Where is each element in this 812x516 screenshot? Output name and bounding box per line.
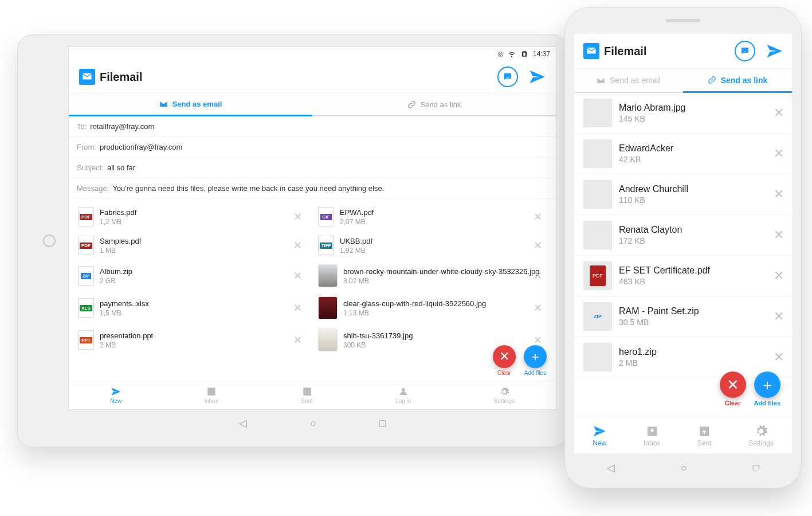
phone-fab-group: ✕ Clear ＋ Add files [720, 372, 780, 406]
remove-file-icon[interactable]: ✕ [534, 302, 542, 314]
phone-nav-home-icon[interactable]: ○ [681, 462, 687, 474]
phone-file-item[interactable]: PDF EF SET Certificate.pdf 463 KB ✕ [574, 256, 792, 296]
phone-file-size: 42 KB [619, 155, 673, 164]
tab-send-link[interactable]: Send as link [312, 93, 556, 116]
phone-screen: Filemail Send as email Send as link [574, 34, 792, 454]
remove-file-icon[interactable]: ✕ [293, 269, 302, 282]
file-item[interactable]: TIFF UKBB.pdf 1,92 MB ✕ [312, 231, 552, 260]
file-item[interactable]: XLS payments..xlsx 1,5 MB ✕ [72, 292, 312, 324]
file-item[interactable]: brown-rocky-mountain-under-white-cloudy-… [312, 260, 552, 292]
phone-send-plane-icon[interactable] [766, 42, 783, 60]
phone-brand-name: Filemail [604, 45, 646, 58]
phone-nav-sent[interactable]: Sent [697, 424, 712, 447]
to-field[interactable]: To: retailfray@fray.com [69, 116, 556, 137]
subject-label: Subject: [77, 163, 104, 172]
remove-file-icon[interactable]: ✕ [293, 210, 302, 223]
support-button[interactable] [497, 67, 518, 87]
nav-settings[interactable]: Settings [494, 386, 515, 404]
tablet-device: ◎ 14:37 Filemail Send as email [17, 34, 567, 447]
file-item[interactable]: ZIP Album.zip 2 GB ✕ [72, 260, 312, 292]
remove-file-icon[interactable]: ✕ [534, 210, 542, 223]
phone-remove-file-icon[interactable]: ✕ [774, 187, 784, 202]
subject-field[interactable]: Subject: all so far [69, 158, 556, 178]
remove-file-icon[interactable]: ✕ [534, 239, 542, 252]
remove-file-icon[interactable]: ✕ [534, 269, 542, 282]
nav-recent-icon[interactable]: □ [379, 417, 386, 429]
phone-nav-new-label: New [593, 439, 606, 447]
nav-home-icon[interactable]: ○ [310, 417, 316, 429]
nav-new[interactable]: New [110, 386, 121, 404]
phone-file-size: 172 KB [619, 236, 682, 245]
add-label: Add files [524, 370, 546, 376]
file-item[interactable]: clear-glass-cup-with-red-liquid-3522560.… [312, 292, 552, 324]
remove-file-icon[interactable]: ✕ [293, 239, 302, 252]
phone-file-size: 145 KB [619, 114, 686, 123]
phone-file-item[interactable]: Renata Clayton 172 KB ✕ [574, 215, 792, 256]
tab-email-label: Send as email [172, 100, 222, 108]
phone-tab-send-email[interactable]: Send as email [574, 69, 683, 93]
brand-logo-icon [79, 69, 95, 85]
file-item[interactable]: PPT presentation.ppt 3 MB ✕ [72, 324, 312, 356]
phone-nav-sent-label: Sent [697, 439, 712, 447]
file-name: payments..xlsx [100, 299, 149, 308]
phone-tab-send-link[interactable]: Send as link [683, 69, 792, 93]
phone-nav-settings[interactable]: Settings [748, 424, 773, 447]
phone-file-item[interactable]: Mario Abram.jpg 145 KB ✕ [574, 93, 792, 134]
nav-login-label: Log in [395, 398, 411, 404]
nav-login[interactable]: Log in [395, 386, 411, 404]
phone-clear-button[interactable]: ✕ Clear [720, 372, 746, 406]
tablet-home-button[interactable] [43, 234, 56, 247]
tab-send-email[interactable]: Send as email [69, 93, 312, 116]
file-size: 1,5 MB [100, 309, 149, 317]
file-name: clear-glass-cup-with-red-liquid-3522560.… [343, 299, 486, 308]
add-files-button[interactable]: ＋ Add files [524, 345, 547, 376]
remove-file-icon[interactable]: ✕ [293, 302, 302, 314]
phone-file-thumb [583, 180, 612, 209]
send-plane-icon[interactable] [528, 68, 546, 85]
header-actions [497, 67, 546, 87]
gif-icon: GIF [318, 207, 334, 226]
phone-remove-file-icon[interactable]: ✕ [774, 146, 784, 161]
phone-remove-file-icon[interactable]: ✕ [774, 228, 784, 243]
phone-nav-inbox[interactable]: Inbox [644, 424, 660, 447]
phone-tab-email-label: Send as email [610, 76, 661, 85]
phone-file-thumb: ZIP [583, 302, 612, 331]
nav-back-icon[interactable]: ◁ [239, 417, 247, 429]
phone-file-item[interactable]: EdwardAcker 42 KB ✕ [574, 134, 792, 174]
phone-file-name: Mario Abram.jpg [619, 103, 686, 113]
remove-file-icon[interactable]: ✕ [293, 334, 302, 346]
phone-header-actions [735, 41, 783, 61]
vibrate-icon: ◎ [497, 50, 503, 58]
phone-remove-file-icon[interactable]: ✕ [774, 268, 784, 283]
link-icon [708, 76, 716, 84]
from-value: productionfray@fray.com [100, 143, 182, 151]
from-field[interactable]: From: productionfray@fray.com [69, 137, 556, 158]
phone-nav-back-icon[interactable]: ◁ [607, 462, 615, 474]
nav-inbox[interactable]: Inbox [204, 386, 218, 404]
phone-file-item[interactable]: Andrew Churchill 110 KB ✕ [574, 174, 792, 215]
phone-support-button[interactable] [735, 41, 755, 61]
phone-remove-file-icon[interactable]: ✕ [774, 105, 784, 120]
phone-nav-new[interactable]: New [593, 424, 606, 447]
nav-sent[interactable]: Sent [301, 386, 313, 404]
file-item[interactable]: PDF Samples.pdf 1 MB ✕ [72, 231, 312, 260]
phone-file-thumb [583, 221, 612, 249]
file-item[interactable]: GIF EPWA.pdf 2,07 MB ✕ [312, 202, 552, 231]
link-icon [407, 100, 416, 109]
message-field[interactable]: Message: You're gonna need this files, p… [69, 178, 556, 199]
remove-file-icon[interactable]: ✕ [534, 334, 542, 346]
phone-brand: Filemail [583, 43, 646, 59]
phone-add-files-button[interactable]: ＋ Add files [754, 372, 780, 406]
image-thumb [318, 329, 338, 351]
file-size: 1,13 MB [343, 309, 486, 317]
phone-nav-inbox-label: Inbox [644, 439, 660, 447]
phone-clear-label: Clear [725, 400, 741, 406]
clear-button[interactable]: ✕ Clear [493, 345, 516, 376]
phone-remove-file-icon[interactable]: ✕ [774, 309, 784, 324]
file-name: Album.zip [100, 267, 132, 276]
phone-remove-file-icon[interactable]: ✕ [774, 350, 784, 365]
phone-file-item[interactable]: ZIP RAM - Paint Set.zip 30,5 MB ✕ [574, 296, 792, 337]
phone-nav-recent-icon[interactable]: □ [753, 462, 759, 474]
file-size: 2,07 MB [340, 218, 374, 226]
file-item[interactable]: PDF Fabrics.pdf 1,2 MB ✕ [72, 202, 312, 231]
